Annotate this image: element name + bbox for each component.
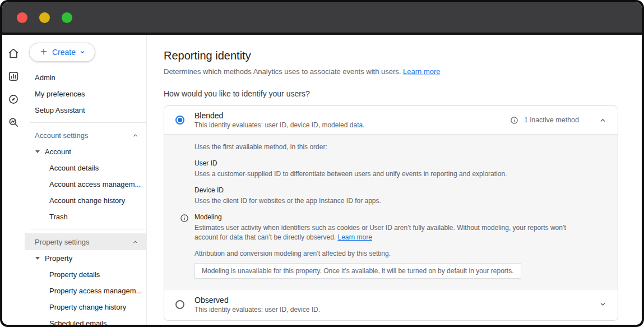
sidebar-item-label: Admin: [35, 73, 55, 82]
home-icon[interactable]: [7, 47, 20, 59]
collapse-chevron-up-icon[interactable]: [599, 117, 606, 124]
admin-sidebar: Create Admin My preferences Setup Assist…: [25, 35, 147, 325]
sidebar-item-label: Account details: [49, 164, 99, 172]
sidebar-group-property[interactable]: Property: [25, 250, 146, 266]
nav-rail: [2, 35, 25, 325]
reports-icon[interactable]: [7, 70, 20, 82]
sidebar-item-label: Property details: [49, 270, 100, 279]
app-window: Create Admin My preferences Setup Assist…: [0, 0, 644, 327]
modeling-title: Modeling: [194, 213, 587, 221]
group-label: Property: [45, 254, 72, 262]
sidebar-divider: [30, 122, 146, 123]
identify-users-question: How would you like to identify your user…: [164, 89, 618, 98]
page-subtitle: Determines which methods Analytics uses …: [164, 67, 618, 76]
observed-radio[interactable]: [175, 300, 184, 309]
zoom-window-button[interactable]: [62, 12, 72, 23]
create-button-label: Create: [52, 48, 76, 57]
device-id-description: Uses the client ID for websites or the a…: [194, 196, 604, 205]
window-titlebar: [2, 2, 642, 35]
group-label: Account: [45, 148, 71, 156]
sidebar-item-property-access-management[interactable]: Property access managem...: [25, 283, 146, 299]
sidebar-item-scheduled-emails[interactable]: Scheduled emails: [25, 315, 146, 325]
advertising-icon[interactable]: [7, 116, 20, 128]
blended-radio[interactable]: [175, 116, 184, 125]
observed-option-row[interactable]: Observed This identity evaluates: user I…: [164, 289, 618, 320]
chevron-down-icon: [80, 49, 85, 55]
observed-option-right: [585, 301, 606, 308]
blended-option-description: This identity evaluates: user ID, device…: [194, 121, 365, 129]
plus-icon: [39, 47, 48, 58]
observed-option-title: Observed: [194, 296, 320, 305]
page-title: Reporting identity: [164, 49, 618, 62]
user-id-method: User ID Uses a customer-supplied ID to d…: [194, 159, 604, 178]
sidebar-item-property-details[interactable]: Property details: [25, 266, 146, 283]
attribution-note: Attribution and conversion modeling aren…: [194, 250, 604, 257]
app-body: Create Admin My preferences Setup Assist…: [2, 35, 642, 325]
inactive-method-badge: 1 inactive method: [524, 116, 579, 124]
sidebar-item-label: My preferences: [35, 90, 85, 98]
sidebar-item-my-preferences[interactable]: My preferences: [25, 86, 146, 102]
learn-more-link[interactable]: Learn more: [403, 67, 440, 76]
sidebar-item-label: Property change history: [49, 303, 126, 311]
minimize-window-button[interactable]: [39, 12, 50, 23]
chevron-up-icon: [132, 239, 138, 245]
explore-icon[interactable]: [7, 93, 20, 105]
sidebar-item-label: Account change history: [49, 196, 125, 205]
modeling-description-text: Estimates user activity when identifiers…: [194, 224, 566, 241]
section-header-label: Property settings: [35, 238, 90, 246]
close-window-button[interactable]: [17, 12, 27, 23]
user-id-description: Uses a customer-supplied ID to different…: [194, 169, 604, 178]
sidebar-item-label: Scheduled emails: [49, 319, 107, 325]
sidebar-divider: [30, 229, 146, 229]
device-id-method: Device ID Uses the client ID for website…: [194, 186, 604, 205]
expand-arrow-icon: [35, 150, 40, 153]
blended-details-panel: Uses the first available method, in this…: [164, 134, 618, 289]
sidebar-item-admin[interactable]: Admin: [25, 70, 146, 86]
blended-option-row[interactable]: Blended This identity evaluates: user ID…: [164, 106, 618, 134]
sidebar-item-label: Account access managem...: [49, 180, 141, 188]
sidebar-item-setup-assistant[interactable]: Setup Assistant: [25, 102, 146, 118]
details-intro: Uses the first available method, in this…: [194, 143, 604, 151]
page-subtitle-text: Determines which methods Analytics uses …: [164, 67, 401, 76]
modeling-description: Estimates user activity when identifiers…: [194, 223, 587, 241]
reporting-identity-card: Blended This identity evaluates: user ID…: [164, 105, 618, 321]
blended-option-title: Blended: [194, 111, 365, 120]
info-icon[interactable]: [180, 213, 189, 241]
observed-option-description: This identity evaluates: user ID, device…: [194, 306, 320, 314]
blended-option-right: 1 inactive method: [510, 116, 606, 125]
device-id-title: Device ID: [194, 186, 604, 194]
chevron-up-icon: [132, 132, 138, 139]
modeling-unavailable-notice: Modeling is unavailable for this propert…: [194, 263, 521, 279]
modeling-method: Modeling Estimates user activity when id…: [180, 213, 604, 241]
sidebar-group-account[interactable]: Account: [25, 144, 146, 160]
sidebar-item-account-details[interactable]: Account details: [25, 160, 146, 176]
user-id-title: User ID: [194, 159, 604, 167]
sidebar-section-account-settings[interactable]: Account settings: [25, 127, 146, 144]
main-content: Reporting identity Determines which meth…: [147, 35, 642, 325]
info-icon[interactable]: [510, 116, 518, 125]
sidebar-item-account-change-history[interactable]: Account change history: [25, 192, 146, 209]
sidebar-item-property-change-history[interactable]: Property change history: [25, 299, 146, 315]
sidebar-item-label: Property access managem...: [49, 287, 142, 295]
expand-chevron-down-icon[interactable]: [599, 301, 606, 308]
observed-option-text: Observed This identity evaluates: user I…: [194, 296, 320, 314]
sidebar-section-property-settings[interactable]: Property settings: [25, 233, 146, 250]
sidebar-item-label: Trash: [49, 213, 68, 221]
section-header-label: Account settings: [35, 131, 88, 140]
expand-arrow-icon: [35, 257, 40, 260]
modeling-text: Modeling Estimates user activity when id…: [194, 213, 587, 241]
sidebar-item-trash[interactable]: Trash: [25, 209, 146, 225]
learn-more-link[interactable]: Learn more: [337, 233, 372, 241]
blended-option-text: Blended This identity evaluates: user ID…: [194, 111, 365, 129]
sidebar-item-label: Setup Assistant: [35, 106, 85, 114]
sidebar-item-account-access-management[interactable]: Account access managem...: [25, 176, 146, 192]
create-button[interactable]: Create: [29, 43, 95, 62]
